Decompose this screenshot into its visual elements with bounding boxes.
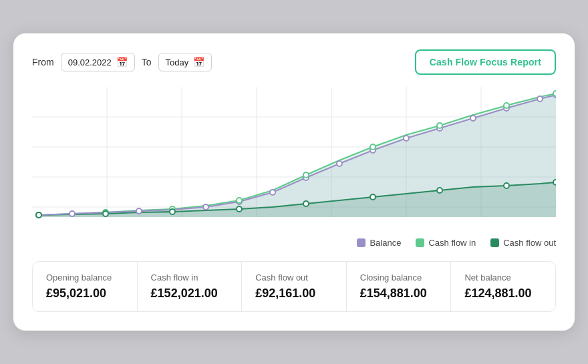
cash-flow-report-button[interactable]: Cash Flow Focus Report bbox=[415, 49, 556, 75]
net-balance-label: Net balance bbox=[464, 272, 542, 283]
to-date-value: Today bbox=[166, 57, 189, 67]
cfout-dot-1 bbox=[36, 212, 41, 218]
closing-balance-label: Closing balance bbox=[360, 272, 438, 283]
cash-flow-in-stat-value: £152,021.00 bbox=[151, 287, 229, 301]
cash-flow-out-stat-value: £92,161.00 bbox=[255, 287, 333, 301]
closing-balance-value: £154,881.00 bbox=[360, 287, 438, 301]
cfin-dot-7 bbox=[437, 123, 442, 128]
balance-dot-10 bbox=[337, 161, 342, 166]
balance-dot-12 bbox=[404, 136, 409, 141]
cfout-dot-5 bbox=[303, 201, 309, 206]
from-date-value: 09.02.2022 bbox=[68, 57, 112, 67]
from-label: From bbox=[32, 57, 54, 67]
cfout-dot-4 bbox=[237, 206, 242, 212]
cfin-dot-5 bbox=[303, 172, 309, 178]
to-date-input[interactable]: Today 📅 bbox=[158, 53, 212, 71]
opening-balance-value: £95,021.00 bbox=[46, 287, 124, 301]
cfout-dot-3 bbox=[170, 209, 175, 214]
cfin-dot-4 bbox=[237, 198, 242, 203]
legend-cash-flow-out-label: Cash flow out bbox=[503, 238, 556, 248]
stat-cash-flow-out: Cash flow out £92,161.00 bbox=[242, 262, 347, 311]
balance-dot-14 bbox=[470, 116, 476, 121]
cfout-dot-2 bbox=[103, 211, 108, 216]
legend-cash-flow-in-label: Cash flow in bbox=[428, 238, 476, 248]
stat-closing-balance: Closing balance £154,881.00 bbox=[347, 262, 452, 311]
legend-balance: Balance bbox=[357, 238, 401, 248]
cfout-dot-7 bbox=[437, 188, 442, 193]
stat-opening-balance: Opening balance £95,021.00 bbox=[33, 262, 138, 311]
balance-dot-6 bbox=[203, 204, 208, 210]
chart-legend: Balance Cash flow in Cash flow out bbox=[32, 238, 556, 248]
cfout-dot-6 bbox=[370, 194, 376, 200]
cfin-dot-8 bbox=[504, 103, 509, 108]
from-date-input[interactable]: 09.02.2022 📅 bbox=[61, 53, 135, 71]
legend-cash-flow-in: Cash flow in bbox=[416, 238, 476, 248]
net-balance-value: £124,881.00 bbox=[464, 287, 542, 301]
balance-dot-16 bbox=[537, 96, 543, 102]
chart-area bbox=[32, 87, 556, 234]
cash-flow-out-stat-label: Cash flow out bbox=[255, 272, 333, 283]
legend-balance-label: Balance bbox=[370, 238, 401, 248]
date-controls: From 09.02.2022 📅 To Today 📅 bbox=[32, 53, 212, 71]
cash-flow-in-stat-label: Cash flow in bbox=[151, 272, 229, 283]
stat-net-balance: Net balance £124,881.00 bbox=[451, 262, 555, 311]
balance-legend-dot bbox=[357, 238, 365, 247]
opening-balance-label: Opening balance bbox=[46, 272, 124, 283]
legend-cash-flow-out: Cash flow out bbox=[490, 238, 556, 248]
balance-dot-2 bbox=[69, 211, 75, 216]
cfin-dot-6 bbox=[370, 144, 376, 150]
balance-dot-8 bbox=[270, 190, 275, 195]
cfout-dot-9 bbox=[553, 180, 556, 185]
chart-svg bbox=[32, 87, 556, 234]
to-label: To bbox=[142, 57, 152, 67]
main-card: From 09.02.2022 📅 To Today 📅 Cash Flow F… bbox=[13, 33, 575, 331]
cash-flow-out-legend-dot bbox=[490, 238, 499, 247]
cfin-dot-9 bbox=[553, 91, 556, 96]
balance-dot-4 bbox=[136, 208, 142, 214]
cfout-dot-8 bbox=[504, 183, 509, 188]
to-calendar-icon: 📅 bbox=[193, 57, 204, 67]
stats-row: Opening balance £95,021.00 Cash flow in … bbox=[32, 261, 556, 312]
header-row: From 09.02.2022 📅 To Today 📅 Cash Flow F… bbox=[32, 49, 556, 75]
from-calendar-icon: 📅 bbox=[116, 57, 128, 67]
cash-flow-in-legend-dot bbox=[416, 238, 424, 247]
stat-cash-flow-in: Cash flow in £152,021.00 bbox=[138, 262, 243, 311]
